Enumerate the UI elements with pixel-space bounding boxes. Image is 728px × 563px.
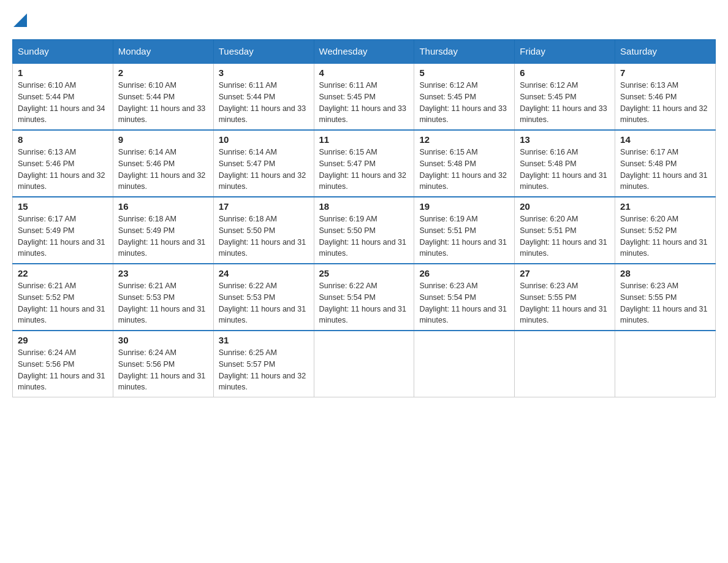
- week-row-1: 1 Sunrise: 6:10 AMSunset: 5:44 PMDayligh…: [13, 63, 716, 130]
- day-info: Sunrise: 6:14 AMSunset: 5:47 PMDaylight:…: [219, 147, 309, 193]
- logo: [12, 12, 27, 27]
- day-number: 4: [319, 67, 409, 78]
- calendar-cell: 7 Sunrise: 6:13 AMSunset: 5:46 PMDayligh…: [615, 63, 716, 130]
- calendar-cell: 1 Sunrise: 6:10 AMSunset: 5:44 PMDayligh…: [13, 63, 113, 130]
- day-number: 8: [18, 134, 108, 145]
- day-number: 23: [118, 268, 208, 278]
- day-number: 18: [319, 201, 409, 212]
- day-info: Sunrise: 6:24 AMSunset: 5:56 PMDaylight:…: [118, 347, 208, 393]
- calendar-cell: 4 Sunrise: 6:11 AMSunset: 5:45 PMDayligh…: [314, 63, 414, 130]
- header-monday: Monday: [113, 40, 213, 64]
- day-info: Sunrise: 6:15 AMSunset: 5:48 PMDaylight:…: [419, 147, 509, 193]
- calendar-cell: 21 Sunrise: 6:20 AMSunset: 5:52 PMDaylig…: [615, 197, 716, 264]
- calendar-cell: 13 Sunrise: 6:16 AMSunset: 5:48 PMDaylig…: [515, 130, 615, 197]
- calendar-cell: 31 Sunrise: 6:25 AMSunset: 5:57 PMDaylig…: [213, 331, 314, 397]
- calendar-cell: 12 Sunrise: 6:15 AMSunset: 5:48 PMDaylig…: [414, 130, 515, 197]
- day-number: 9: [118, 134, 208, 145]
- day-info: Sunrise: 6:23 AMSunset: 5:54 PMDaylight:…: [419, 280, 509, 326]
- day-number: 30: [118, 335, 208, 345]
- calendar-cell: 10 Sunrise: 6:14 AMSunset: 5:47 PMDaylig…: [213, 130, 314, 197]
- day-number: 21: [620, 201, 710, 212]
- calendar-cell: 25 Sunrise: 6:22 AMSunset: 5:54 PMDaylig…: [314, 264, 414, 331]
- day-info: Sunrise: 6:18 AMSunset: 5:50 PMDaylight:…: [219, 213, 309, 259]
- day-info: Sunrise: 6:17 AMSunset: 5:49 PMDaylight:…: [18, 213, 108, 259]
- header-saturday: Saturday: [615, 40, 716, 64]
- logo-triangle-icon: [13, 13, 27, 27]
- day-info: Sunrise: 6:21 AMSunset: 5:52 PMDaylight:…: [18, 280, 108, 326]
- calendar-cell: 27 Sunrise: 6:23 AMSunset: 5:55 PMDaylig…: [515, 264, 615, 331]
- day-number: 27: [520, 268, 610, 278]
- calendar-cell: 3 Sunrise: 6:11 AMSunset: 5:44 PMDayligh…: [213, 63, 314, 130]
- day-number: 12: [419, 134, 509, 145]
- day-info: Sunrise: 6:24 AMSunset: 5:56 PMDaylight:…: [18, 347, 108, 393]
- day-info: Sunrise: 6:14 AMSunset: 5:46 PMDaylight:…: [118, 147, 208, 193]
- day-number: 3: [219, 67, 309, 78]
- calendar-cell: [515, 331, 615, 397]
- day-number: 6: [520, 67, 610, 78]
- calendar-cell: 19 Sunrise: 6:19 AMSunset: 5:51 PMDaylig…: [414, 197, 515, 264]
- day-info: Sunrise: 6:12 AMSunset: 5:45 PMDaylight:…: [419, 80, 509, 126]
- calendar-cell: 17 Sunrise: 6:18 AMSunset: 5:50 PMDaylig…: [213, 197, 314, 264]
- week-row-5: 29 Sunrise: 6:24 AMSunset: 5:56 PMDaylig…: [13, 331, 716, 397]
- day-number: 10: [219, 134, 309, 145]
- header-wednesday: Wednesday: [314, 40, 414, 64]
- day-info: Sunrise: 6:12 AMSunset: 5:45 PMDaylight:…: [520, 80, 610, 126]
- calendar-cell: 23 Sunrise: 6:21 AMSunset: 5:53 PMDaylig…: [113, 264, 213, 331]
- day-number: 22: [18, 268, 108, 278]
- day-number: 14: [620, 134, 710, 145]
- calendar-cell: 20 Sunrise: 6:20 AMSunset: 5:51 PMDaylig…: [515, 197, 615, 264]
- week-row-3: 15 Sunrise: 6:17 AMSunset: 5:49 PMDaylig…: [13, 197, 716, 264]
- day-number: 28: [620, 268, 710, 278]
- day-info: Sunrise: 6:13 AMSunset: 5:46 PMDaylight:…: [18, 147, 108, 193]
- header-friday: Friday: [515, 40, 615, 64]
- day-info: Sunrise: 6:22 AMSunset: 5:53 PMDaylight:…: [219, 280, 309, 326]
- header-sunday: Sunday: [13, 40, 113, 64]
- calendar-cell: [414, 331, 515, 397]
- week-row-4: 22 Sunrise: 6:21 AMSunset: 5:52 PMDaylig…: [13, 264, 716, 331]
- calendar-body: 1 Sunrise: 6:10 AMSunset: 5:44 PMDayligh…: [13, 63, 716, 397]
- day-number: 5: [419, 67, 509, 78]
- day-number: 20: [520, 201, 610, 212]
- calendar-cell: 26 Sunrise: 6:23 AMSunset: 5:54 PMDaylig…: [414, 264, 515, 331]
- calendar-cell: 8 Sunrise: 6:13 AMSunset: 5:46 PMDayligh…: [13, 130, 113, 197]
- calendar-cell: 6 Sunrise: 6:12 AMSunset: 5:45 PMDayligh…: [515, 63, 615, 130]
- calendar-cell: [615, 331, 716, 397]
- days-header-row: SundayMondayTuesdayWednesdayThursdayFrid…: [13, 40, 716, 64]
- day-info: Sunrise: 6:11 AMSunset: 5:44 PMDaylight:…: [219, 80, 309, 126]
- day-info: Sunrise: 6:25 AMSunset: 5:57 PMDaylight:…: [219, 347, 309, 393]
- day-number: 24: [219, 268, 309, 278]
- svg-marker-0: [13, 13, 27, 27]
- day-number: 25: [319, 268, 409, 278]
- calendar-cell: 2 Sunrise: 6:10 AMSunset: 5:44 PMDayligh…: [113, 63, 213, 130]
- day-info: Sunrise: 6:22 AMSunset: 5:54 PMDaylight:…: [319, 280, 409, 326]
- header-thursday: Thursday: [414, 40, 515, 64]
- calendar-cell: [314, 331, 414, 397]
- day-number: 19: [419, 201, 509, 212]
- day-info: Sunrise: 6:20 AMSunset: 5:52 PMDaylight:…: [620, 213, 710, 259]
- day-info: Sunrise: 6:16 AMSunset: 5:48 PMDaylight:…: [520, 147, 610, 193]
- day-info: Sunrise: 6:23 AMSunset: 5:55 PMDaylight:…: [620, 280, 710, 326]
- day-number: 13: [520, 134, 610, 145]
- calendar-cell: 9 Sunrise: 6:14 AMSunset: 5:46 PMDayligh…: [113, 130, 213, 197]
- day-number: 2: [118, 67, 208, 78]
- calendar-header: SundayMondayTuesdayWednesdayThursdayFrid…: [13, 40, 716, 64]
- day-info: Sunrise: 6:11 AMSunset: 5:45 PMDaylight:…: [319, 80, 409, 126]
- day-number: 31: [219, 335, 309, 345]
- calendar-cell: 5 Sunrise: 6:12 AMSunset: 5:45 PMDayligh…: [414, 63, 515, 130]
- header-tuesday: Tuesday: [213, 40, 314, 64]
- calendar-cell: 22 Sunrise: 6:21 AMSunset: 5:52 PMDaylig…: [13, 264, 113, 331]
- calendar-cell: 15 Sunrise: 6:17 AMSunset: 5:49 PMDaylig…: [13, 197, 113, 264]
- calendar-cell: 11 Sunrise: 6:15 AMSunset: 5:47 PMDaylig…: [314, 130, 414, 197]
- day-info: Sunrise: 6:21 AMSunset: 5:53 PMDaylight:…: [118, 280, 208, 326]
- day-number: 1: [18, 67, 108, 78]
- calendar-cell: 16 Sunrise: 6:18 AMSunset: 5:49 PMDaylig…: [113, 197, 213, 264]
- calendar-table: SundayMondayTuesdayWednesdayThursdayFrid…: [12, 39, 716, 397]
- day-info: Sunrise: 6:19 AMSunset: 5:50 PMDaylight:…: [319, 213, 409, 259]
- calendar-cell: 18 Sunrise: 6:19 AMSunset: 5:50 PMDaylig…: [314, 197, 414, 264]
- calendar-cell: 14 Sunrise: 6:17 AMSunset: 5:48 PMDaylig…: [615, 130, 716, 197]
- day-info: Sunrise: 6:23 AMSunset: 5:55 PMDaylight:…: [520, 280, 610, 326]
- day-info: Sunrise: 6:19 AMSunset: 5:51 PMDaylight:…: [419, 213, 509, 259]
- day-number: 7: [620, 67, 710, 78]
- day-number: 29: [18, 335, 108, 345]
- calendar-cell: 30 Sunrise: 6:24 AMSunset: 5:56 PMDaylig…: [113, 331, 213, 397]
